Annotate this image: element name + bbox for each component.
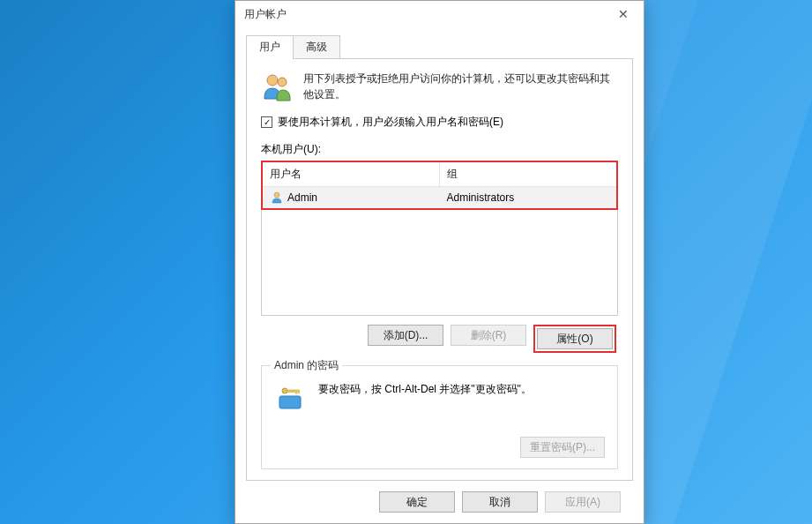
- users-table-highlight: 用户名 组 Admin Administrators: [261, 161, 618, 210]
- users-list-area[interactable]: [261, 210, 618, 316]
- tabstrip: 用户 高级: [246, 35, 633, 59]
- ok-button[interactable]: 确定: [379, 491, 455, 513]
- svg-rect-3: [279, 396, 301, 408]
- apply-button: 应用(A): [545, 491, 621, 513]
- add-button[interactable]: 添加(D)...: [368, 325, 443, 346]
- tab-advanced[interactable]: 高级: [293, 35, 340, 58]
- intro-text: 用下列表授予或拒绝用户访问你的计算机，还可以更改其密码和其他设置。: [303, 71, 618, 102]
- table-header: 用户名 组: [263, 162, 616, 187]
- properties-button-highlight: 属性(O): [533, 325, 616, 353]
- users-list-label: 本机用户(U):: [261, 142, 618, 157]
- close-button[interactable]: ✕: [603, 1, 644, 27]
- cell-group: Administrators: [447, 191, 515, 204]
- key-icon: [274, 382, 306, 412]
- svg-rect-7: [298, 390, 300, 393]
- password-hint: 要改密码，按 Ctrl-Alt-Del 并选择"更改密码"。: [318, 382, 532, 397]
- close-icon: ✕: [618, 7, 629, 21]
- cell-username: Admin: [287, 191, 317, 204]
- window-title: 用户帐户: [244, 7, 287, 22]
- tab-panel: 用下列表授予或拒绝用户访问你的计算机，还可以更改其密码和其他设置。 ✓ 要使用本…: [246, 58, 633, 481]
- svg-point-0: [267, 75, 278, 86]
- table-row[interactable]: Admin Administrators: [263, 187, 616, 208]
- table-body: Admin Administrators: [263, 187, 616, 208]
- cancel-button[interactable]: 取消: [462, 491, 538, 513]
- dialog-footer: 确定 取消 应用(A): [246, 481, 633, 523]
- column-username[interactable]: 用户名: [263, 162, 440, 186]
- properties-button[interactable]: 属性(O): [537, 328, 613, 349]
- reset-password-button: 重置密码(P)...: [520, 437, 605, 458]
- checkmark-icon: ✓: [264, 118, 271, 127]
- user-accounts-dialog: 用户帐户 ✕ 用户 高级 用下列表授予或拒绝用户访问你的计算机，还可以更改其密码…: [235, 0, 644, 524]
- require-login-checkbox[interactable]: ✓ 要使用本计算机，用户必须输入用户名和密码(E): [261, 115, 618, 130]
- delete-button: 删除(R): [451, 325, 526, 346]
- svg-point-1: [278, 78, 287, 86]
- password-groupbox: Admin 的密码 要改密码，按 Ctrl-Alt-Del 并选择"更改密码"。…: [261, 365, 618, 469]
- svg-point-2: [274, 192, 279, 198]
- user-icon: [270, 191, 284, 205]
- checkbox-box: ✓: [261, 116, 272, 128]
- users-icon: [261, 71, 293, 102]
- groupbox-title: Admin 的密码: [271, 358, 342, 373]
- column-group[interactable]: 组: [440, 162, 617, 186]
- checkbox-label: 要使用本计算机，用户必须输入用户名和密码(E): [278, 115, 503, 130]
- svg-rect-6: [295, 390, 297, 394]
- tab-users[interactable]: 用户: [246, 35, 294, 58]
- titlebar: 用户帐户 ✕: [235, 1, 644, 27]
